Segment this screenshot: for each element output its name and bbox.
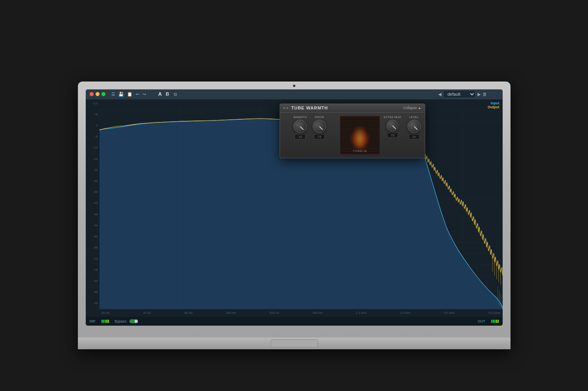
laptop-base [78, 337, 511, 349]
x-label-1_2khz: 1.2 kHz [356, 311, 367, 315]
delete-icon[interactable]: 🗑 [483, 92, 487, 96]
plugin-title: TUBE WARMTH [291, 106, 328, 110]
warmth-value: 72 [295, 134, 306, 139]
plugin-dot-1 [283, 107, 285, 109]
y-label-13: +13 [86, 102, 100, 105]
screen-bezel: ☰ 💾 📋 ↩ ↪ A B ⧉ [86, 89, 503, 326]
y-label-n72: -72 [86, 257, 100, 261]
y-label-n60: -60 [86, 235, 100, 238]
save-icon[interactable]: 💾 [118, 92, 124, 97]
maximize-button[interactable] [101, 92, 105, 96]
extra-heat-label: EXTRA HEAT [384, 116, 402, 119]
x-axis: 20 Hz 40 Hz 80 Hz 160 Hz 320 Hz 640 Hz 1… [100, 309, 503, 317]
drive-knob[interactable] [313, 120, 326, 133]
level-knob[interactable] [407, 120, 421, 133]
y-label-0: 0 [86, 124, 100, 127]
close-button[interactable] [90, 92, 94, 96]
traffic-lights [90, 92, 105, 96]
camera [293, 85, 295, 87]
x-label-10khz: 10.0 kHz [488, 311, 501, 315]
legend-output: Output [488, 105, 500, 109]
y-label-n48: -48 [86, 213, 100, 216]
left-knobs-section: WARMTH 72 DRIVE [283, 116, 337, 155]
warmth-knob[interactable] [293, 120, 307, 133]
y-label-n66: -66 [86, 246, 100, 249]
screen-content: ☰ 💾 📋 ↩ ↪ A B ⧉ [86, 89, 503, 326]
menu-icon[interactable]: ☰ [111, 92, 115, 97]
y-label-n84: -84 [86, 279, 100, 283]
right-knobs-section: EXTRA HEAT 72 LEVEL [383, 116, 421, 155]
x-label-5khz: 5.0 kHz [444, 311, 455, 315]
ab-b-button[interactable]: B [164, 91, 171, 97]
preset-next-icon[interactable]: ▶ [477, 92, 481, 97]
ab-a-button[interactable]: A [157, 91, 164, 97]
y-label-n24: -24 [86, 168, 100, 172]
spectrum-area: +13 +6 0 -6 -12 -18 -24 -30 -36 -42 -48 … [86, 100, 503, 317]
level-value: 72 [409, 134, 420, 139]
out-meter-bar-1 [491, 320, 492, 323]
preset-area: ◀ default ▶ 🗑 [438, 90, 487, 98]
app-window: ☰ 💾 📋 ↩ ↪ A B ⧉ [86, 89, 503, 326]
y-axis: +13 +6 0 -6 -12 -18 -24 -30 -36 -42 -48 … [86, 100, 100, 307]
preset-prev-icon[interactable]: ◀ [438, 92, 441, 97]
copy-icon[interactable]: ⧉ [174, 92, 177, 97]
left-knob-row: WARMTH 72 DRIVE [293, 116, 326, 139]
y-label-n18: -18 [86, 157, 100, 161]
out-label: OUT [478, 319, 485, 323]
x-label-40hz: 40 Hz [143, 311, 151, 315]
extra-heat-knob-group: EXTRA HEAT 72 [384, 116, 402, 139]
y-label-n36: -36 [86, 190, 100, 194]
extra-heat-value: 72 [387, 133, 398, 138]
tube-brand: TONELIB [353, 150, 367, 152]
meter-bar-4 [106, 320, 107, 323]
meter-bar-2 [103, 320, 104, 323]
meter-bar-5 [108, 320, 109, 323]
plugin-dot-2 [286, 107, 288, 109]
plugin-panel: TUBE WARMTH Collapse ▲ WA [280, 104, 425, 158]
out-meter-bar-5 [498, 320, 499, 323]
y-label-n30: -30 [86, 179, 100, 183]
level-label: LEVEL [409, 116, 419, 119]
out-meter-bar-4 [496, 320, 497, 323]
bypass-label: Bypass: [115, 319, 127, 323]
preset-dropdown[interactable]: default [443, 90, 476, 98]
laptop-body: ☰ 💾 📋 ↩ ↪ A B ⧉ [78, 82, 511, 349]
y-label-n96: -96 [86, 301, 100, 305]
out-meter-bar-3 [494, 320, 496, 323]
collapse-button[interactable]: Collapse ▲ [403, 106, 421, 110]
warmth-knob-group: WARMTH 72 [293, 116, 307, 139]
y-label-n90: -90 [86, 290, 100, 294]
x-label-80hz: 80 Hz [184, 311, 193, 315]
plugin-dots [283, 107, 288, 109]
bypass-area: Bypass: [115, 319, 138, 323]
y-label-n12: -12 [86, 146, 100, 149]
undo-icon[interactable]: ↩ [136, 92, 139, 97]
minimize-button[interactable] [96, 92, 100, 96]
tube-visual: TONELIB [340, 116, 380, 155]
y-label-n54: -54 [86, 224, 100, 227]
save-as-icon[interactable]: 📋 [127, 92, 133, 97]
y-label-6: +6 [86, 113, 100, 116]
inp-label: INP [90, 319, 96, 323]
plugin-header: TUBE WARMTH Collapse ▲ [280, 104, 425, 113]
extra-heat-knob[interactable] [387, 120, 398, 132]
input-meter [101, 320, 109, 323]
plugin-body: WARMTH 72 DRIVE [280, 113, 425, 158]
tube-slats [340, 116, 380, 154]
meter-bar-3 [105, 320, 106, 323]
x-label-320hz: 320 Hz [269, 311, 279, 315]
out-meter-bar-2 [493, 320, 494, 323]
redo-icon[interactable]: ↪ [142, 92, 146, 97]
bypass-knob [135, 320, 138, 323]
x-label-20hz: 20 Hz [101, 311, 110, 315]
x-label-160hz: 160 Hz [226, 311, 236, 315]
y-label-n78: -78 [86, 268, 100, 272]
legend-input: Input [491, 101, 500, 105]
bottom-bar: INP Bypass: [86, 317, 503, 326]
trackpad[interactable] [271, 339, 318, 347]
legend-area: Input Output [488, 101, 500, 109]
bypass-toggle[interactable] [129, 319, 138, 323]
laptop-container: ☰ 💾 📋 ↩ ↪ A B ⧉ [78, 42, 511, 349]
ab-buttons: A B [157, 91, 171, 97]
right-knob-row: EXTRA HEAT 72 LEVEL [384, 116, 421, 139]
